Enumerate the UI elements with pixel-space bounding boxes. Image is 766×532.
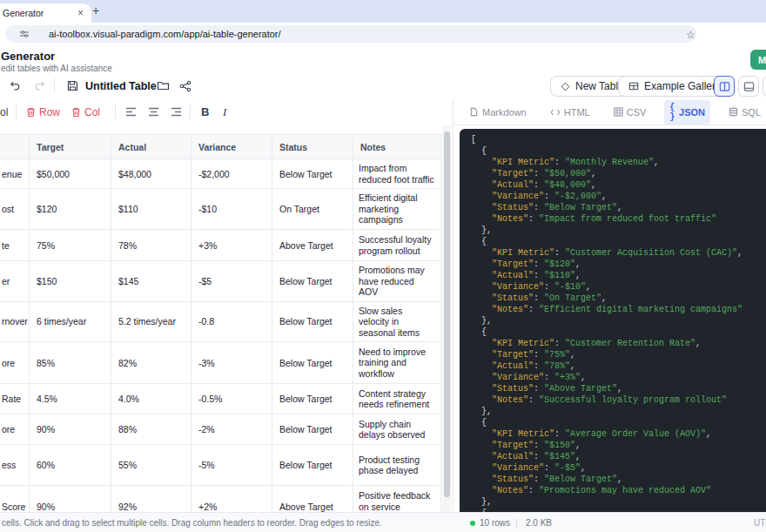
column-header[interactable]: Notes bbox=[353, 135, 441, 159]
table-cell[interactable]: Below Target bbox=[272, 445, 353, 486]
scrollbar-thumb[interactable] bbox=[444, 131, 450, 497]
table-cell[interactable]: +3% bbox=[192, 230, 272, 261]
table-cell[interactable]: 55% bbox=[111, 445, 192, 486]
url-bar[interactable]: ai-toolbox.visual-paradigm.com/app/ai-ta… bbox=[5, 25, 696, 43]
table-cell[interactable]: 78% bbox=[111, 230, 192, 261]
table-cell[interactable]: Below Target bbox=[272, 342, 353, 384]
column-header[interactable]: Status bbox=[272, 135, 353, 159]
table-cell[interactable]: Below Target bbox=[272, 159, 353, 189]
table-cell[interactable]: 60% bbox=[30, 445, 111, 486]
table-name[interactable]: Untitled Table bbox=[85, 73, 157, 98]
table-cell[interactable]: Rate bbox=[0, 384, 30, 414]
table-cell[interactable]: Efficient digital marketing campaigns bbox=[353, 189, 441, 230]
code-line: "Actual": "$145", bbox=[471, 451, 766, 462]
save-button[interactable] bbox=[66, 73, 79, 98]
bookmark-star-icon[interactable]: ☆ bbox=[686, 30, 695, 40]
table-cell[interactable]: Above Target bbox=[272, 230, 353, 261]
table-cell[interactable]: 6 times/year bbox=[30, 301, 111, 342]
table-cell[interactable]: -$2,000 bbox=[192, 159, 272, 189]
table-cell[interactable]: te bbox=[0, 230, 30, 261]
table-cell[interactable]: ore bbox=[0, 342, 30, 384]
table-cell[interactable]: Below Target bbox=[272, 384, 353, 414]
export-tab-json[interactable]: { }JSON bbox=[664, 100, 710, 125]
table-cell[interactable]: 85% bbox=[30, 342, 111, 384]
add-col-button-clipped[interactable]: ol bbox=[0, 99, 8, 125]
table-cell[interactable]: $145 bbox=[111, 261, 192, 302]
table-cell[interactable]: $50,000 bbox=[30, 159, 111, 189]
delete-col-button[interactable]: Col bbox=[71, 99, 100, 125]
table-cell[interactable]: 4.0% bbox=[111, 384, 192, 414]
table-cell[interactable]: On Target bbox=[272, 189, 353, 230]
column-header[interactable]: Target bbox=[30, 135, 111, 159]
table-cell[interactable]: 75% bbox=[30, 230, 111, 261]
table-cell[interactable]: -2% bbox=[192, 414, 272, 445]
new-tab-button[interactable]: + bbox=[88, 3, 104, 18]
table-cell[interactable]: 82% bbox=[111, 342, 192, 384]
table-cell[interactable]: -$10 bbox=[192, 189, 272, 230]
table-cell[interactable]: ost bbox=[0, 189, 30, 230]
export-tab-sql[interactable]: SQL bbox=[723, 104, 766, 120]
table-cell[interactable]: $48,000 bbox=[111, 159, 192, 189]
table-cell[interactable]: Below Target bbox=[272, 301, 353, 342]
column-header[interactable]: Actual bbox=[111, 135, 192, 159]
table-cell[interactable]: 90% bbox=[30, 486, 111, 513]
table-cell[interactable]: Above Target bbox=[272, 486, 353, 513]
menu-button[interactable]: Menu bbox=[750, 50, 766, 70]
column-header[interactable]: Variance bbox=[192, 135, 272, 159]
table-cell[interactable]: Slow sales velocity in seasonal items bbox=[353, 301, 441, 342]
table-cell[interactable]: Promotions may have reduced AOV bbox=[353, 261, 441, 302]
table-cell[interactable]: Impact from reduced foot traffic bbox=[353, 159, 441, 189]
table-cell[interactable]: -0.5% bbox=[192, 384, 272, 414]
site-info-icon[interactable] bbox=[19, 29, 30, 39]
align-center-button[interactable] bbox=[148, 99, 159, 125]
export-tab-markdown[interactable]: Markdown bbox=[464, 104, 532, 120]
table-cell[interactable]: 4.5% bbox=[30, 384, 111, 414]
export-tab-csv[interactable]: CSV bbox=[608, 104, 652, 120]
column-header[interactable] bbox=[0, 135, 30, 159]
italic-button[interactable]: I bbox=[223, 99, 226, 125]
table-cell[interactable]: ore bbox=[0, 414, 30, 445]
table-cell[interactable]: Need to improve training and workflow bbox=[353, 342, 441, 384]
table-cell[interactable]: -3% bbox=[192, 342, 272, 384]
page-subtitle: edit tables with AI assistance bbox=[1, 64, 112, 73]
table-cell[interactable]: Product testing phase delayed bbox=[353, 445, 441, 486]
table-cell[interactable]: Score bbox=[0, 486, 30, 513]
table-cell[interactable]: Below Target bbox=[272, 261, 353, 302]
table-cell[interactable]: er bbox=[0, 261, 30, 302]
export-tab-html[interactable]: HTML bbox=[545, 104, 595, 120]
table-cell[interactable]: +2% bbox=[192, 486, 272, 513]
table-cell[interactable]: $150 bbox=[30, 261, 111, 302]
browser-tab[interactable]: Generator × bbox=[0, 3, 91, 23]
table-cell[interactable]: 88% bbox=[111, 414, 192, 445]
open-folder-button[interactable] bbox=[157, 73, 170, 98]
table-cell[interactable]: $120 bbox=[30, 189, 111, 230]
table-cell[interactable]: -0.8 bbox=[192, 301, 272, 342]
bold-button[interactable]: B bbox=[201, 99, 209, 125]
table-cell[interactable]: -5% bbox=[192, 445, 272, 486]
table-cell[interactable]: rnover bbox=[0, 301, 30, 342]
table-cell[interactable]: 5.2 times/year bbox=[111, 301, 192, 342]
redo-button[interactable] bbox=[33, 73, 46, 98]
align-left-button[interactable] bbox=[125, 99, 137, 125]
table-cell[interactable]: Below Target bbox=[272, 414, 353, 445]
layout-extra-button[interactable] bbox=[763, 76, 766, 97]
table-cell[interactable]: Positive feedback on service experience bbox=[353, 486, 441, 513]
table-cell[interactable]: 92% bbox=[111, 486, 192, 513]
align-right-button[interactable] bbox=[171, 99, 182, 125]
undo-button[interactable] bbox=[9, 73, 22, 98]
table-cell[interactable]: Content strategy needs refinement bbox=[353, 384, 441, 414]
layout-split-horizontal-button[interactable] bbox=[738, 76, 759, 97]
code-line: "Notes": "Impact from reduced foot traff… bbox=[471, 213, 766, 225]
table-cell[interactable]: Successful loyalty program rollout bbox=[353, 230, 441, 261]
layout-split-vertical-button[interactable] bbox=[714, 76, 735, 97]
share-button[interactable] bbox=[179, 73, 192, 98]
table-cell[interactable]: ess bbox=[0, 445, 30, 486]
tab-close-icon[interactable]: × bbox=[75, 8, 86, 18]
table-cell[interactable]: $110 bbox=[111, 189, 192, 230]
delete-row-button[interactable]: Row bbox=[26, 99, 60, 125]
table-cell[interactable]: -$5 bbox=[192, 261, 272, 302]
table-scrollbar[interactable] bbox=[442, 125, 451, 512]
table-cell[interactable]: enue bbox=[0, 159, 30, 189]
table-cell[interactable]: 90% bbox=[30, 414, 111, 445]
table-cell[interactable]: Supply chain delays observed bbox=[353, 414, 441, 445]
